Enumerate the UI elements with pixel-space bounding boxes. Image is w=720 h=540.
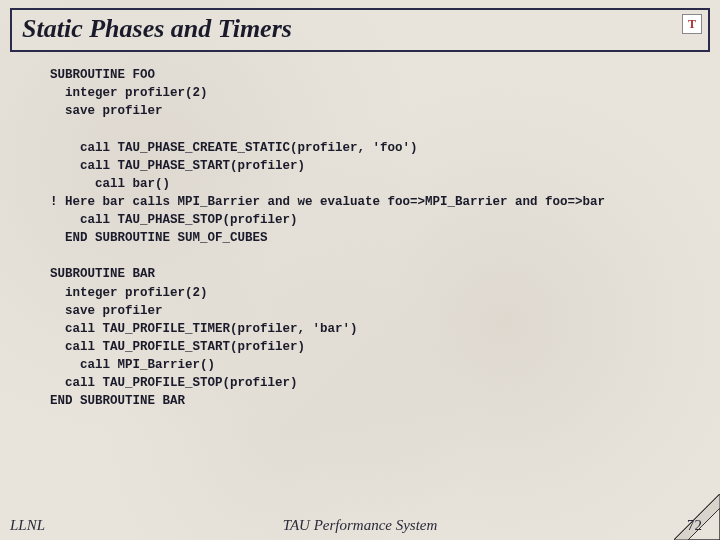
code-block: SUBROUTINE FOO integer profiler(2) save … <box>50 66 690 410</box>
tau-logo: T <box>682 14 702 34</box>
page-title: Static Phases and Timers <box>22 14 698 44</box>
title-bar: Static Phases and Timers T <box>10 8 710 52</box>
footer-center: TAU Performance System <box>283 517 438 534</box>
footer: LLNL TAU Performance System 72 <box>0 517 720 534</box>
page-number: 72 <box>687 517 702 534</box>
footer-left: LLNL <box>10 517 45 534</box>
